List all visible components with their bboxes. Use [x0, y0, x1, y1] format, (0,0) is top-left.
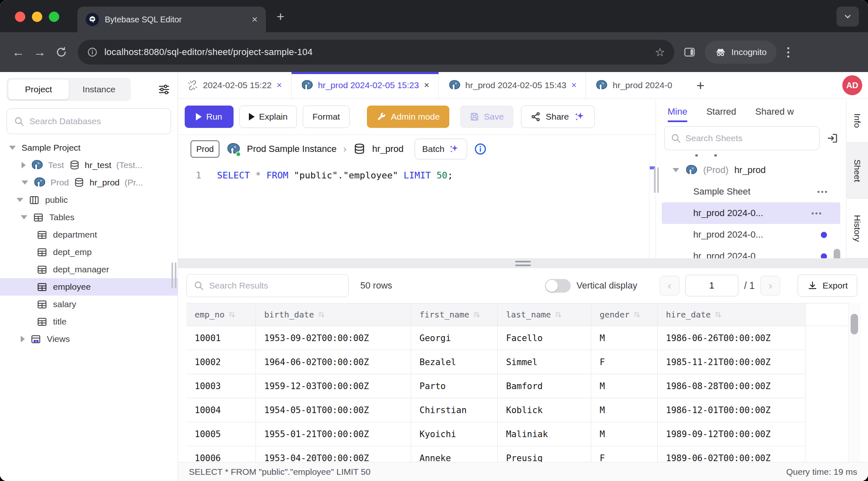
tree-item-db-prod[interactable]: Prod hr_prod (Pr...	[0, 174, 178, 191]
tab-info[interactable]: Info	[846, 99, 868, 143]
column-header-hire-date[interactable]: hire_date	[658, 303, 805, 326]
sort-icon[interactable]	[473, 311, 481, 319]
cell[interactable]: F	[591, 350, 658, 374]
cell[interactable]: 1986-12-01T00:00:00Z	[658, 398, 805, 422]
page-input[interactable]	[685, 275, 738, 296]
tree-item-table-dept-emp[interactable]: dept_emp	[0, 243, 178, 261]
info-icon[interactable]	[474, 142, 487, 156]
database-name[interactable]: hr_prod	[372, 144, 404, 154]
side-panel-icon[interactable]	[683, 46, 696, 58]
tab-history[interactable]: History	[846, 199, 868, 258]
cell[interactable]: 1989-09-12T00:00:00Z	[658, 422, 805, 446]
browser-tab[interactable]: Bytebase SQL Editor ×	[77, 7, 266, 32]
sheet-group-prod-hr-prod[interactable]: (Prod) hr_prod	[656, 159, 846, 181]
sort-icon[interactable]	[634, 311, 641, 319]
tree-item-schema-public[interactable]: public	[0, 191, 178, 209]
filter-icon[interactable]	[158, 83, 170, 96]
cell[interactable]: Kyoichi	[411, 422, 498, 446]
tab-instance[interactable]: Instance	[69, 79, 129, 99]
sheet-item-active[interactable]: hr_prod 2024-0...	[662, 202, 840, 224]
sql-editor[interactable]: 1 SELECT * FROM "public"."employee" LIMI…	[178, 163, 656, 258]
url-text[interactable]: localhost:8080/sql-editor/sheet/project-…	[104, 47, 648, 58]
cell[interactable]: Bezalel	[411, 350, 498, 374]
tree-item-table-dept-manager[interactable]: dept_manager	[0, 261, 178, 278]
cell[interactable]: 1986-06-26T00:00:00Z	[658, 326, 805, 350]
cell[interactable]: 10003	[186, 374, 256, 398]
caret-down-icon[interactable]	[9, 146, 16, 150]
batch-button[interactable]: Batch	[415, 139, 468, 159]
tree-item-table-department[interactable]: department	[0, 226, 178, 243]
cell[interactable]: 1985-11-21T00:00:00Z	[658, 350, 805, 374]
worksheet-tab-4[interactable]: hr_prod 2024-0	[586, 72, 690, 99]
sheet-item-unsaved-2[interactable]: hr_prod 2024-0	[656, 245, 846, 258]
tree-item-table-employee[interactable]: employee	[0, 278, 178, 296]
site-info-icon[interactable]	[87, 47, 98, 58]
close-window-button[interactable]	[15, 12, 25, 22]
cell[interactable]: 1959-12-03T00:00:00Z	[256, 374, 411, 398]
cell[interactable]: Preusig	[498, 446, 591, 462]
cell[interactable]: Facello	[498, 326, 591, 350]
column-header-last-name[interactable]: last_name	[498, 303, 591, 326]
column-header-gender[interactable]: gender	[591, 303, 658, 326]
sort-icon[interactable]	[715, 311, 723, 319]
cell[interactable]: 10005	[186, 422, 256, 446]
cell[interactable]: Georgi	[411, 326, 498, 350]
share-button[interactable]: Share	[521, 106, 595, 128]
cell[interactable]: Koblick	[498, 398, 591, 422]
instance-name[interactable]: Prod Sample Instance	[247, 144, 336, 154]
cell[interactable]: 1989-06-02T00:00:00Z	[658, 446, 805, 462]
tree-item-db-test[interactable]: Test hr_test (Test...	[0, 156, 178, 174]
vertical-display-toggle[interactable]	[545, 279, 571, 293]
forward-button[interactable]: →	[29, 45, 51, 59]
tab-starred[interactable]: Starred	[706, 99, 736, 125]
caret-down-icon[interactable]	[673, 168, 679, 172]
tree-group-tables[interactable]: Tables	[0, 209, 178, 226]
close-tab-icon[interactable]: ×	[252, 14, 258, 24]
tree-item-table-title[interactable]: title	[0, 313, 178, 330]
cell[interactable]: 10004	[186, 398, 256, 422]
prev-page-button[interactable]: ‹	[660, 276, 680, 296]
results-search-input[interactable]	[209, 281, 342, 291]
sheets-search-input[interactable]	[685, 133, 813, 143]
export-button[interactable]: Export	[798, 274, 857, 297]
worksheet-tab-3[interactable]: hr_prod 2024-02-05 15:43 ×	[439, 72, 586, 99]
worksheet-tab-1[interactable]: 2024-02-05 15:22 ×	[178, 72, 292, 99]
tab-sheet[interactable]: Sheet	[846, 143, 868, 199]
save-button[interactable]: Save	[460, 106, 514, 128]
cell[interactable]: Bamford	[498, 374, 591, 398]
cell[interactable]: M	[591, 326, 658, 350]
cell[interactable]: 1955-01-21T00:00:00Z	[256, 422, 411, 446]
caret-down-icon[interactable]	[17, 198, 23, 202]
sheet-menu-icon[interactable]	[817, 191, 827, 193]
tab-mine[interactable]: Mine	[668, 99, 687, 125]
sidebar-resize-handle[interactable]	[171, 262, 176, 288]
tab-project[interactable]: Project	[8, 79, 69, 99]
cell[interactable]: 1954-05-01T00:00:00Z	[256, 398, 411, 422]
caret-right-icon[interactable]	[22, 162, 26, 168]
results-search[interactable]	[186, 274, 349, 297]
tab-search-chevron-button[interactable]	[837, 7, 859, 26]
results-scroll-thumb[interactable]	[851, 314, 858, 334]
admin-mode-button[interactable]: Admin mode	[367, 106, 449, 128]
worksheet-tab-2-active[interactable]: hr_prod 2024-02-05 15:23 ×	[292, 72, 439, 99]
results-resize-handle[interactable]	[178, 258, 868, 268]
cell[interactable]: 1953-04-20T00:00:00Z	[256, 446, 411, 462]
sheets-search[interactable]	[664, 126, 820, 150]
cell[interactable]: Parto	[411, 374, 498, 398]
database-search[interactable]	[7, 108, 171, 134]
cell[interactable]: Chirstian	[411, 398, 498, 422]
zoom-window-button[interactable]	[49, 12, 59, 22]
column-header-emp-no[interactable]: emp_no	[186, 303, 256, 326]
database-search-input[interactable]	[29, 116, 164, 126]
cell[interactable]: Anneke	[411, 446, 498, 462]
explain-button[interactable]: Explain	[239, 106, 297, 128]
cell[interactable]: Simmel	[498, 350, 591, 374]
cell[interactable]: F	[591, 446, 658, 462]
browser-menu-icon[interactable]	[787, 47, 789, 58]
close-worksheet-icon[interactable]: ×	[277, 80, 282, 91]
caret-down-icon[interactable]	[21, 215, 27, 219]
sheet-list-scrollbar[interactable]	[834, 249, 840, 258]
import-sheet-icon[interactable]	[826, 132, 839, 144]
sheet-item-unsaved[interactable]: hr_prod 2024-0...	[656, 224, 846, 245]
reload-button[interactable]	[51, 46, 72, 58]
